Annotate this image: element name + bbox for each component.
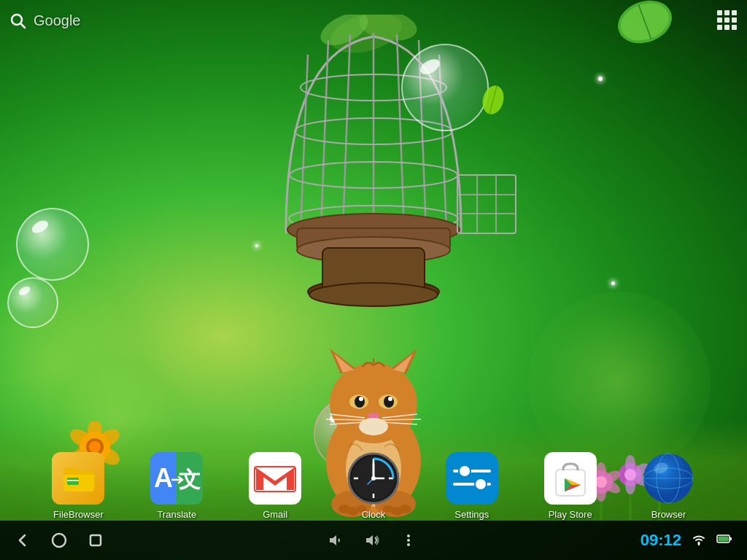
svg-rect-25 bbox=[457, 175, 516, 233]
gmail-label: Gmail bbox=[263, 509, 287, 520]
clock-label: Clock bbox=[362, 509, 386, 520]
svg-point-127 bbox=[407, 539, 410, 542]
app-gmail[interactable]: Gmail bbox=[239, 452, 311, 520]
bubble-top bbox=[401, 44, 489, 131]
svg-rect-132 bbox=[719, 537, 729, 542]
svg-point-112 bbox=[475, 478, 487, 490]
volume-up-button[interactable] bbox=[364, 532, 380, 548]
nav-center bbox=[328, 532, 417, 548]
battery-icon bbox=[716, 533, 732, 548]
filebrowser-icon bbox=[52, 452, 104, 505]
svg-point-129 bbox=[698, 542, 700, 545]
settings-icon bbox=[446, 452, 498, 505]
svg-rect-89 bbox=[67, 478, 79, 485]
search-bar[interactable]: Google bbox=[7, 10, 81, 31]
app-browser[interactable]: Browser bbox=[632, 452, 705, 520]
svg-line-12 bbox=[397, 34, 404, 230]
app-translate[interactable]: A 文 Translate bbox=[140, 452, 213, 520]
app-filebrowser[interactable]: FileBrowser bbox=[42, 452, 115, 520]
svg-point-124 bbox=[53, 534, 66, 547]
svg-point-107 bbox=[371, 476, 376, 481]
search-icon bbox=[7, 10, 28, 31]
sparkle-3 bbox=[255, 244, 258, 247]
svg-point-87 bbox=[12, 15, 22, 25]
app-settings[interactable]: Settings bbox=[436, 452, 508, 520]
search-label: Google bbox=[34, 12, 81, 29]
clock-icon bbox=[347, 452, 400, 505]
sparkle-1 bbox=[598, 77, 603, 81]
svg-point-70 bbox=[89, 441, 101, 453]
nav-right: 09:12 bbox=[640, 531, 732, 550]
app-dock: FileBrowser A 文 Translate bbox=[0, 452, 747, 520]
status-clock: 09:12 bbox=[640, 531, 681, 550]
app-clock[interactable]: Clock bbox=[337, 452, 410, 520]
nav-left bbox=[15, 532, 104, 548]
filebrowser-label: FileBrowser bbox=[53, 509, 104, 520]
bubble-left-2 bbox=[7, 277, 58, 328]
svg-point-24 bbox=[309, 283, 438, 306]
menu-button[interactable] bbox=[400, 532, 417, 548]
svg-line-8 bbox=[301, 55, 308, 230]
svg-point-51 bbox=[359, 418, 388, 435]
sparkle-2 bbox=[611, 281, 615, 285]
app-playstore[interactable]: Play Store bbox=[534, 452, 607, 520]
svg-point-110 bbox=[459, 465, 471, 477]
translate-label: Translate bbox=[157, 509, 196, 520]
svg-point-42 bbox=[388, 397, 392, 401]
home-button[interactable] bbox=[51, 532, 67, 548]
wifi-icon bbox=[692, 532, 706, 548]
svg-point-128 bbox=[407, 543, 410, 546]
leaf-top-right bbox=[616, 0, 674, 51]
volume-down-button[interactable] bbox=[328, 532, 344, 548]
bubble-left-1 bbox=[16, 208, 89, 281]
svg-point-3 bbox=[481, 84, 506, 117]
playstore-icon bbox=[544, 452, 597, 505]
recents-button[interactable] bbox=[88, 532, 104, 548]
gmail-icon bbox=[249, 452, 301, 505]
svg-line-88 bbox=[21, 24, 25, 28]
svg-rect-131 bbox=[729, 537, 732, 540]
browser-icon bbox=[642, 452, 694, 505]
nav-bar: 09:12 bbox=[0, 521, 747, 560]
translate-icon: A 文 bbox=[150, 452, 203, 505]
settings-label: Settings bbox=[454, 509, 489, 520]
svg-line-46 bbox=[326, 419, 365, 420]
back-button[interactable] bbox=[15, 532, 31, 548]
svg-line-49 bbox=[382, 419, 421, 420]
svg-line-10 bbox=[343, 34, 350, 230]
svg-point-41 bbox=[359, 397, 363, 401]
svg-text:A: A bbox=[154, 463, 173, 493]
leaf-small bbox=[481, 84, 506, 117]
playstore-label: Play Store bbox=[549, 509, 592, 520]
apps-grid-button[interactable] bbox=[717, 10, 737, 30]
svg-rect-125 bbox=[90, 535, 101, 545]
svg-point-126 bbox=[407, 534, 410, 537]
browser-label: Browser bbox=[651, 509, 686, 520]
svg-rect-108 bbox=[446, 452, 498, 505]
